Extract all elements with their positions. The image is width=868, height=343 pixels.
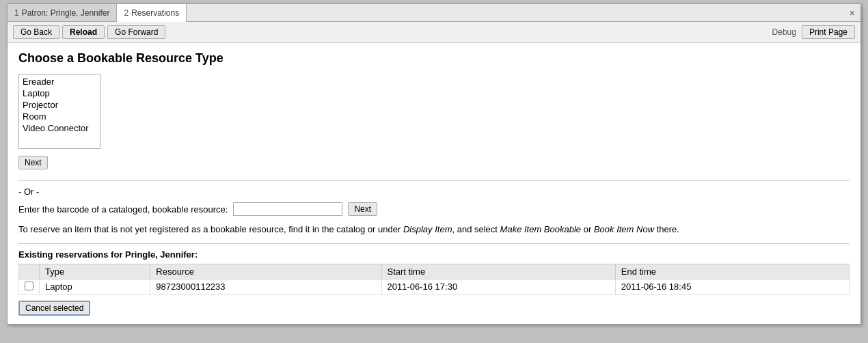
row-checkbox-cell[interactable] <box>19 279 40 294</box>
row-type: Laptop <box>40 279 150 294</box>
info-text-display-item: Display Item <box>403 224 452 234</box>
info-text-before: To reserve an item that is not yet regis… <box>18 224 403 234</box>
tab-reservations[interactable]: 2 Reservations <box>117 4 187 22</box>
barcode-input[interactable] <box>233 202 342 216</box>
tab-reservations-number: 2 <box>124 8 128 18</box>
main-content: Choose a Bookable Resource Type Ereader … <box>8 43 860 324</box>
divider-top <box>18 180 850 181</box>
next-button-top[interactable]: Next <box>18 156 48 169</box>
resource-type-list[interactable]: Ereader Laptop Projector Room Video Conn… <box>18 74 100 149</box>
or-text: - Or - <box>18 187 850 197</box>
main-window: 1 Patron: Pringle, Jennifer 2 Reservatio… <box>7 3 861 325</box>
barcode-next-button[interactable]: Next <box>348 202 377 216</box>
tab-patron[interactable]: 1 Patron: Pringle, Jennifer <box>8 4 117 21</box>
info-text-after: there. <box>654 224 679 234</box>
info-text-or: or <box>581 224 594 234</box>
col-header-checkbox <box>19 264 40 279</box>
page-title: Choose a Bookable Resource Type <box>18 51 850 66</box>
go-forward-button[interactable]: Go Forward <box>107 25 165 39</box>
row-end-time: 2011-06-16 18:45 <box>615 279 849 294</box>
row-resource: 98723000112233 <box>150 279 381 294</box>
debug-link[interactable]: Debug <box>772 27 796 37</box>
print-page-button[interactable]: Print Page <box>802 25 855 39</box>
list-item[interactable]: Room <box>21 111 98 122</box>
close-button[interactable]: × <box>844 4 860 21</box>
list-item[interactable]: Laptop <box>21 87 98 99</box>
table-row: Laptop 98723000112233 2011-06-16 17:30 2… <box>19 279 850 294</box>
list-item[interactable]: Projector <box>21 99 98 111</box>
info-text: To reserve an item that is not yet regis… <box>18 223 850 236</box>
tab-patron-number: 1 <box>14 8 19 18</box>
barcode-label: Enter the barcode of a cataloged, bookab… <box>18 204 228 215</box>
reservations-table: Type Resource Start time End time Laptop… <box>18 264 850 295</box>
title-bar: 1 Patron: Pringle, Jennifer 2 Reservatio… <box>8 4 860 22</box>
tab-reservations-label: Reservations <box>131 8 179 18</box>
col-header-type: Type <box>40 264 150 279</box>
info-text-middle: , and select <box>452 224 500 234</box>
toolbar: Go Back Reload Go Forward Debug Print Pa… <box>8 22 860 43</box>
cancel-selected-button[interactable]: Cancel selected <box>18 301 90 316</box>
col-header-end-time: End time <box>615 264 849 279</box>
row-start-time: 2011-06-16 17:30 <box>381 279 615 294</box>
row-checkbox[interactable] <box>25 282 33 290</box>
col-header-start-time: Start time <box>381 264 615 279</box>
info-text-make-bookable: Make Item Bookable <box>500 224 582 234</box>
tab-patron-label: Patron: Pringle, Jennifer <box>22 8 110 18</box>
list-item[interactable]: Video Connector <box>21 122 98 134</box>
reload-button[interactable]: Reload <box>62 25 105 39</box>
debug-print-area: Debug Print Page <box>772 25 855 39</box>
existing-reservations-title: Existing reservations for Pringle, Jenni… <box>18 249 850 260</box>
divider-bottom <box>18 243 850 244</box>
col-header-resource: Resource <box>150 264 381 279</box>
go-back-button[interactable]: Go Back <box>13 25 59 39</box>
info-text-book-now: Book Item Now <box>594 224 654 234</box>
barcode-row: Enter the barcode of a cataloged, bookab… <box>18 202 850 216</box>
existing-reservations-section: Existing reservations for Pringle, Jenni… <box>18 249 850 316</box>
list-item[interactable]: Ereader <box>21 76 98 87</box>
